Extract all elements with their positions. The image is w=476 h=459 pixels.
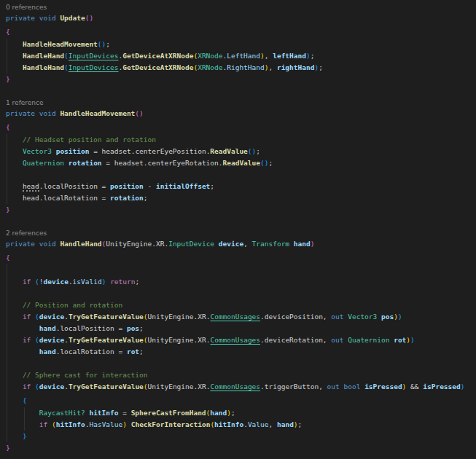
code-token: private xyxy=(6,109,39,117)
code-token xyxy=(6,40,23,48)
code-token xyxy=(6,371,23,379)
code-token: hitInfo xyxy=(56,420,85,428)
code-line[interactable]: hand.localPosition = pos; xyxy=(6,323,476,334)
code-token: TryGetFeatureValue xyxy=(69,313,144,321)
code-token: hand xyxy=(39,348,56,356)
code-line[interactable]: hand.localRotation = rot; xyxy=(6,346,476,358)
code-line[interactable]: { xyxy=(6,250,476,264)
code-token: device xyxy=(39,313,64,321)
code-token: GetDeviceAtXRNode xyxy=(122,63,193,71)
blank-line[interactable] xyxy=(6,358,476,369)
code-line[interactable]: } xyxy=(6,204,476,216)
code-token: - xyxy=(144,182,156,190)
codelens-reference-count[interactable]: 2 references xyxy=(6,227,476,238)
code-token: RightHand xyxy=(227,63,264,71)
code-line[interactable]: HandleHand(InputDevices.GetDeviceAtXRNod… xyxy=(6,62,476,74)
code-token: private xyxy=(6,14,39,22)
code-token: pos xyxy=(381,313,394,321)
code-token: out xyxy=(331,313,348,321)
code-line[interactable]: if (hitInfo.HasValue) CheckForInteractio… xyxy=(6,419,476,431)
codelens-reference-count[interactable]: 0 references xyxy=(6,1,476,12)
code-line[interactable]: if (!device.isValid) return; xyxy=(6,276,476,288)
code-line[interactable]: HandleHeadMovement(); xyxy=(6,39,476,50)
code-token: isPressed xyxy=(423,382,460,391)
code-token: device xyxy=(44,278,69,286)
blank-line[interactable] xyxy=(6,169,476,181)
code-line[interactable]: Vector3 position = headset.centerEyePosi… xyxy=(6,146,476,157)
code-token xyxy=(6,420,39,428)
code-token: position xyxy=(110,182,144,190)
comment-token: // Sphere cast for interaction xyxy=(23,371,148,379)
code-line[interactable]: head.localPosition = position - initialO… xyxy=(6,181,476,192)
code-line[interactable]: head.localRotation = rotation; xyxy=(6,192,476,204)
code-token: rot xyxy=(127,348,139,356)
code-line[interactable]: { xyxy=(6,119,476,134)
code-line[interactable]: RaycastHit? hitInfo = SphereCastFromHand… xyxy=(6,407,476,419)
code-token: centerEyePosition xyxy=(135,147,206,155)
code-line[interactable]: if (device.TryGetFeatureValue(UnityEngin… xyxy=(6,381,476,393)
code-token: private xyxy=(6,240,39,248)
indent-guide xyxy=(24,407,25,419)
code-line[interactable]: private void HandleHeadMovement() xyxy=(6,108,476,119)
code-line[interactable]: if (device.TryGetFeatureValue(UnityEngin… xyxy=(6,334,476,346)
code-token: localPosition xyxy=(60,324,114,332)
code-token: HasValue xyxy=(89,420,122,428)
code-token: ) xyxy=(398,313,402,321)
code-token: out xyxy=(331,336,348,344)
code-token: } xyxy=(6,75,10,83)
blank-line[interactable] xyxy=(6,264,476,276)
code-token xyxy=(6,313,23,321)
indent-guide xyxy=(7,346,7,358)
code-token: ) xyxy=(410,336,415,344)
code-token: Vector3 xyxy=(348,313,377,321)
code-token: device xyxy=(39,336,64,344)
code-token: HandleHand xyxy=(23,52,64,60)
code-line[interactable]: } xyxy=(6,74,476,85)
code-line[interactable]: } xyxy=(6,431,476,442)
code-token: = xyxy=(114,324,127,332)
code-line[interactable]: if (device.TryGetFeatureValue(UnityEngin… xyxy=(6,311,476,323)
code-token: ; xyxy=(319,63,323,71)
code-line[interactable]: { xyxy=(6,393,476,407)
code-line[interactable]: // Position and rotation xyxy=(6,299,476,311)
blank-line[interactable] xyxy=(6,216,476,227)
code-token xyxy=(6,63,23,71)
code-token: InputDevice xyxy=(168,240,214,248)
code-token: Value xyxy=(248,420,269,428)
code-line[interactable]: } xyxy=(6,442,476,454)
code-token xyxy=(6,301,23,309)
code-line[interactable]: Quaternion rotation = headset.centerEyeR… xyxy=(6,157,476,169)
code-line[interactable]: // Sphere cast for interaction xyxy=(6,369,476,381)
code-token: Quaternion xyxy=(348,336,389,344)
code-line[interactable]: HandleHand(InputDevices.GetDeviceAtXRNod… xyxy=(6,50,476,62)
code-line[interactable]: private void HandleHand(UnityEngine.XR.I… xyxy=(6,238,476,250)
code-token: head xyxy=(23,194,39,202)
code-line[interactable]: // Headset position and rotation xyxy=(6,134,476,146)
comment-token: // Position and rotation xyxy=(23,301,122,309)
indent-guide xyxy=(7,134,7,146)
code-token: UnityEngine xyxy=(106,240,152,248)
blank-line[interactable] xyxy=(6,288,476,299)
code-token: XR xyxy=(156,240,164,248)
code-token: rotation xyxy=(69,159,102,167)
codelens-reference-count[interactable]: 1 reference xyxy=(6,97,476,108)
code-token: XRNode xyxy=(198,52,222,60)
code-token: triggerButton xyxy=(265,382,319,391)
code-token: = xyxy=(118,409,130,417)
code-token: } xyxy=(23,432,27,440)
code-line[interactable]: private void Update() xyxy=(6,12,476,24)
code-token: RaycastHit? xyxy=(39,409,85,417)
code-token: = xyxy=(89,147,101,155)
code-token: GetDeviceAtXRNode xyxy=(122,52,193,60)
code-token: ; xyxy=(139,348,144,356)
code-token xyxy=(6,432,23,440)
indent-guide xyxy=(7,299,7,311)
indent-guide xyxy=(7,264,7,276)
code-token: ) xyxy=(311,240,315,248)
code-token: initialOffset xyxy=(156,182,210,190)
code-token xyxy=(6,382,23,391)
code-line[interactable]: { xyxy=(6,24,476,39)
code-area[interactable]: 0 referencesprivate void Update(){ Handl… xyxy=(0,0,476,459)
code-token: rot xyxy=(394,336,406,344)
blank-line[interactable] xyxy=(6,85,476,97)
